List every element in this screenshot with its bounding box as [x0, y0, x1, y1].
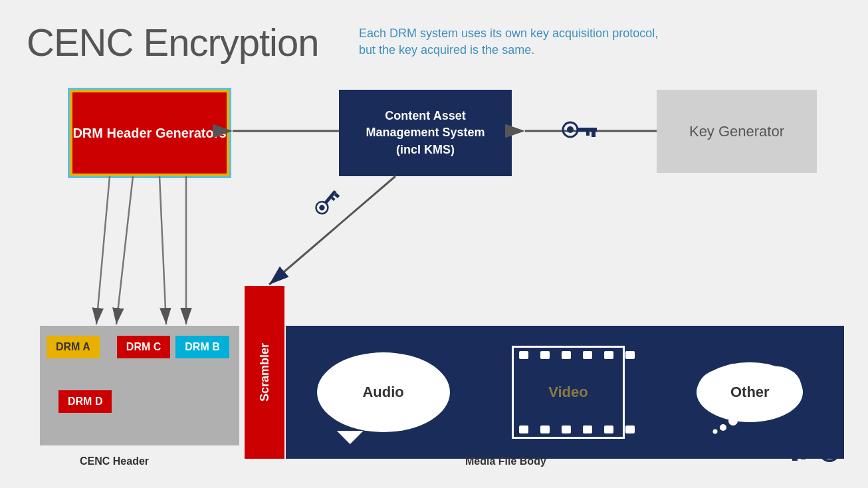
drm-header-generators-box: DRM Header Generators [70, 90, 229, 176]
svg-rect-31 [792, 454, 798, 461]
scrambler-box: Scrambler [245, 286, 284, 459]
video-filmstrip: Video [512, 346, 625, 439]
key-generator-box: Key Generator [657, 90, 817, 173]
svg-line-18 [160, 176, 166, 324]
svg-point-29 [825, 447, 833, 455]
cenc-header-label: CENC Header [80, 455, 149, 467]
media-body-area: Audio Video [286, 326, 844, 459]
svg-rect-7 [592, 132, 596, 137]
svg-point-12 [318, 204, 326, 211]
audio-label: Audio [362, 384, 403, 401]
svg-rect-8 [586, 132, 590, 136]
cams-box: Content AssetManagement System(incl KMS) [339, 90, 512, 176]
drm-d-badge: DRM D [58, 390, 112, 413]
cams-label: Content AssetManagement System(incl KMS) [366, 108, 485, 158]
page-title: CENC Encryption [27, 20, 318, 64]
svg-line-10 [269, 176, 395, 285]
cenc-header-area: DRM A DRM C DRM B DRM D [40, 326, 239, 445]
svg-point-11 [314, 199, 330, 216]
subtitle-text: Each DRM system uses its own key acquisi… [359, 25, 658, 59]
svg-rect-14 [334, 193, 340, 198]
svg-rect-15 [331, 197, 335, 201]
drm-b-badge: DRM B [175, 336, 229, 358]
svg-point-25 [728, 416, 738, 426]
drm-header-label: DRM Header Generators [72, 124, 226, 142]
audio-bubble: Audio [317, 352, 450, 432]
media-body-label: Media File Body [465, 455, 546, 467]
drm-a-badge: DRM A [47, 336, 100, 358]
svg-line-17 [116, 176, 133, 324]
other-label: Other [730, 384, 770, 401]
svg-rect-32 [801, 454, 806, 459]
svg-line-16 [96, 176, 110, 324]
scrambler-label: Scrambler [258, 343, 272, 402]
svg-rect-6 [577, 128, 597, 132]
bottom-key-icon [788, 439, 841, 469]
svg-point-27 [713, 429, 718, 434]
video-label: Video [548, 384, 588, 401]
svg-point-5 [567, 126, 574, 133]
key-generator-label: Key Generator [689, 123, 784, 140]
svg-point-26 [720, 424, 726, 431]
other-cloud: Other [687, 349, 813, 435]
svg-point-4 [563, 122, 578, 137]
drm-c-badge: DRM C [117, 336, 170, 358]
svg-rect-13 [324, 190, 336, 205]
svg-rect-30 [791, 449, 821, 454]
